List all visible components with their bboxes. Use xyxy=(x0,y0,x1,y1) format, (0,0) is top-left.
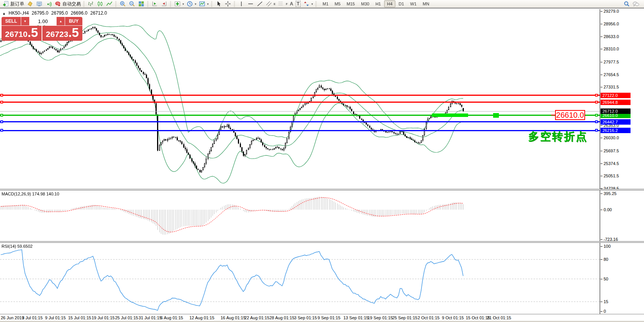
one-click-trade-panel: SELL ▼ 1.00 ▲ BUY 26710 .5 26723 .5 xyxy=(2,17,82,41)
volume-down-button[interactable]: ▼ xyxy=(21,17,29,25)
sell-button[interactable]: SELL xyxy=(2,17,21,25)
line-drag-handle[interactable] xyxy=(0,120,3,123)
panel-separator[interactable] xyxy=(0,241,644,243)
volume-up-button[interactable]: ▲ xyxy=(57,17,65,25)
timeframe-h4[interactable]: H4 xyxy=(384,0,395,7)
rsi-panel-canvas[interactable] xyxy=(0,243,600,314)
horizontal-level-line[interactable] xyxy=(0,121,600,122)
trendline-icon xyxy=(256,0,263,7)
horizontal-level-line[interactable] xyxy=(0,95,600,96)
time-axis-label: 2 Oct 01:15 xyxy=(418,315,440,320)
buy-button[interactable]: BUY xyxy=(65,17,82,25)
insert-group: ▾ ▾ ▾ xyxy=(173,0,210,8)
templates-icon xyxy=(199,0,206,7)
horizontal-level-line[interactable] xyxy=(0,102,600,103)
timeframe-mn[interactable]: MN xyxy=(420,0,432,7)
fibonacci-icon xyxy=(278,0,285,7)
price-tick-label: 27331.5 xyxy=(604,85,619,89)
chart-window: ▲ HK50-,H4 26795.0 26795.0 26696.0 26712… xyxy=(0,9,644,322)
arrows-button[interactable]: ▾ xyxy=(302,0,314,8)
timeframe-m5[interactable]: M5 xyxy=(332,0,343,7)
bar-chart-button[interactable] xyxy=(86,0,95,8)
rsi-axis-label: 15 xyxy=(604,299,608,304)
chat-button[interactable] xyxy=(631,0,641,8)
time-axis-label: 28 Aug 01:15 xyxy=(269,315,294,320)
price-axis[interactable]: 29279.028956.028633.028310.027977.527654… xyxy=(600,9,644,314)
price-tick-label: 28633.0 xyxy=(604,34,619,39)
new-order-label: 新订单 xyxy=(10,1,24,7)
text-label-button[interactable]: T xyxy=(294,0,302,8)
line-drag-handle[interactable] xyxy=(595,94,598,97)
templates-button[interactable]: ▾ xyxy=(197,0,210,8)
timeframe-h1[interactable]: H1 xyxy=(373,0,383,7)
support-line-handle[interactable] xyxy=(493,113,499,118)
time-axis-label: 3 Sep 01:15 xyxy=(294,315,317,320)
search-button[interactable] xyxy=(622,0,631,8)
timeframe-d1[interactable]: D1 xyxy=(396,0,407,7)
time-axis-label: 12 Aug 01:15 xyxy=(189,315,214,320)
text-button[interactable]: A xyxy=(289,0,294,8)
line-chart-button[interactable] xyxy=(105,0,114,8)
price-level-note[interactable]: 26610.0 xyxy=(555,110,585,120)
rsi-axis-label: 0 xyxy=(604,309,606,314)
timeframe-m30[interactable]: M30 xyxy=(358,0,372,7)
line-chart-icon xyxy=(106,0,113,7)
price-chart-canvas[interactable] xyxy=(0,9,600,189)
chart-shift-button[interactable] xyxy=(150,0,159,8)
rsi-indicator-label: RSI(14) 59.6502 xyxy=(2,244,33,249)
trendline-button[interactable] xyxy=(255,0,264,8)
market-depth-button[interactable] xyxy=(35,0,44,8)
indicators-button[interactable]: ▾ xyxy=(173,0,185,8)
indicators-icon xyxy=(174,0,181,7)
auto-scroll-button[interactable] xyxy=(159,0,169,8)
horizontal-level-line[interactable] xyxy=(0,130,600,131)
fibo-suffix: F xyxy=(286,3,288,5)
crosshair-button[interactable] xyxy=(223,0,233,8)
vertical-line-button[interactable] xyxy=(237,0,246,8)
line-drag-handle[interactable] xyxy=(0,129,3,132)
turning-point-annotation[interactable]: 多空转折点 xyxy=(528,129,588,144)
zoom-out-button[interactable] xyxy=(127,0,137,8)
horizontal-level-line[interactable] xyxy=(0,115,600,116)
current-price-line xyxy=(0,111,600,112)
line-drag-handle[interactable] xyxy=(0,94,3,97)
line-drag-handle[interactable] xyxy=(595,120,598,123)
sell-price-display[interactable]: 26710 .5 xyxy=(2,26,42,41)
macd-panel-canvas[interactable] xyxy=(0,190,600,241)
quotes-button[interactable] xyxy=(25,0,35,8)
zoom-in-button[interactable] xyxy=(118,0,127,8)
buy-price-display[interactable]: 26723 .5 xyxy=(42,26,82,41)
line-drag-handle[interactable] xyxy=(0,114,3,117)
fibonacci-button[interactable]: F xyxy=(277,0,289,8)
line-drag-handle[interactable] xyxy=(595,129,598,132)
collapse-arrow-icon[interactable]: ▲ xyxy=(2,12,6,15)
timeframe-group: M1M5M15M30H1H4D1W1MN xyxy=(320,0,432,7)
volume-input[interactable]: 1.00 xyxy=(30,17,57,25)
panel-separator[interactable] xyxy=(0,189,644,190)
price-tick-label: 27977.5 xyxy=(604,60,619,64)
candlestick-chart-button[interactable] xyxy=(95,0,105,8)
time-axis[interactable]: 26 Jun 20193 Jul 01:159 Jul 01:1515 Jul … xyxy=(0,314,644,321)
equidistant-channel-button[interactable]: E xyxy=(264,0,277,8)
timeframe-w1[interactable]: W1 xyxy=(408,0,420,7)
price-tick-label: 29279.0 xyxy=(604,9,619,13)
timeframe-m1[interactable]: M1 xyxy=(320,0,331,7)
time-axis-label: 22 Aug 01:15 xyxy=(244,315,269,320)
tile-windows-button[interactable] xyxy=(137,0,146,8)
periods-button[interactable]: ▾ xyxy=(185,0,197,8)
cursor-button[interactable] xyxy=(214,0,223,8)
price-tick-label: 27654.5 xyxy=(604,72,619,77)
line-drag-handle[interactable] xyxy=(595,114,598,117)
timeframe-m15[interactable]: M15 xyxy=(344,0,358,7)
autotrading-button[interactable]: 自动交易 xyxy=(53,0,82,8)
support-zone-highlight[interactable] xyxy=(432,113,468,117)
line-drag-handle[interactable] xyxy=(595,101,598,103)
signals-button[interactable] xyxy=(44,0,53,8)
dropdown-caret-icon: ▾ xyxy=(311,2,313,6)
horizontal-line-button[interactable] xyxy=(246,0,255,8)
line-drag-handle[interactable] xyxy=(0,101,3,103)
pointer-group xyxy=(214,0,233,8)
tile-windows-icon xyxy=(138,0,145,7)
dropdown-caret-icon: ▾ xyxy=(182,2,184,6)
new-order-button[interactable]: 新订单 xyxy=(1,0,25,8)
